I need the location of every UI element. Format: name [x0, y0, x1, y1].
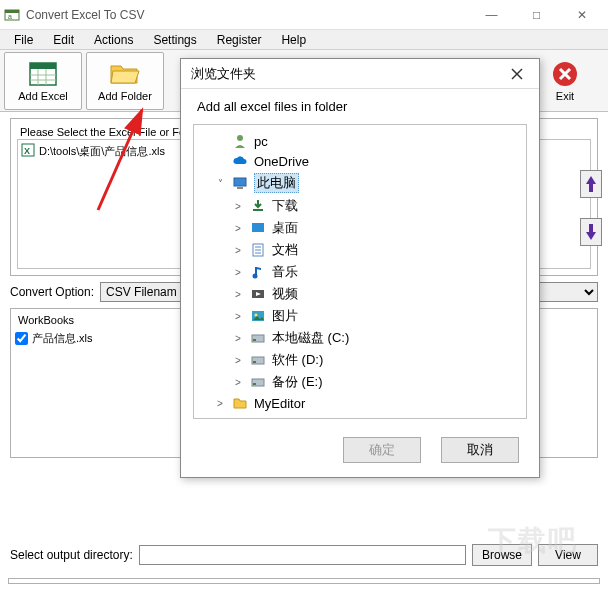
tree-node[interactable]: OneDrive: [196, 151, 524, 171]
tree-node-label: 本地磁盘 (C:): [272, 329, 349, 347]
tree-expander-icon[interactable]: >: [232, 289, 244, 300]
svg-rect-17: [234, 178, 246, 186]
tree-node-label: 音乐: [272, 263, 298, 281]
tree-node[interactable]: >视频: [196, 283, 524, 305]
cancel-button[interactable]: 取消: [441, 437, 519, 463]
video-icon: [250, 286, 266, 302]
disk-icon: [250, 330, 266, 346]
file-path: D:\tools\桌面\产品信息.xls: [39, 144, 165, 159]
dialog-title: 浏览文件夹: [191, 65, 505, 83]
user-icon: [232, 133, 248, 149]
tree-expander-icon[interactable]: >: [232, 201, 244, 212]
window-title: Convert Excel To CSV: [26, 8, 469, 22]
workbook-checkbox[interactable]: [15, 332, 28, 345]
exit-icon: [549, 60, 581, 88]
menu-help[interactable]: Help: [271, 31, 316, 49]
cloud-icon: [232, 153, 248, 169]
move-up-button[interactable]: [580, 170, 602, 198]
excel-file-icon: X: [21, 143, 35, 159]
tree-expander-icon[interactable]: >: [232, 311, 244, 322]
disk-icon: [250, 352, 266, 368]
tree-node[interactable]: >软件 (D:): [196, 349, 524, 371]
tree-node-label: 图片: [272, 307, 298, 325]
tree-node-label: 下载: [272, 197, 298, 215]
tree-node-label: 备份 (E:): [272, 373, 323, 391]
excel-icon: [27, 60, 59, 88]
svg-rect-34: [253, 383, 256, 385]
menu-register[interactable]: Register: [207, 31, 272, 49]
tree-expander-icon[interactable]: >: [232, 267, 244, 278]
svg-text:a: a: [8, 13, 12, 20]
menu-file[interactable]: File: [4, 31, 43, 49]
add-folder-button[interactable]: Add Folder: [86, 52, 164, 110]
tree-node[interactable]: >图片: [196, 305, 524, 327]
tree-expander-icon[interactable]: >: [232, 245, 244, 256]
svg-rect-32: [253, 361, 256, 363]
folder-tree[interactable]: pcOneDrive˅此电脑>下载>桌面>文档>音乐>视频>图片>本地磁盘 (C…: [193, 124, 527, 419]
add-folder-label: Add Folder: [98, 90, 152, 102]
tree-expander-icon[interactable]: >: [232, 377, 244, 388]
file-select-label: Please Select the Excel File or Fo: [17, 126, 188, 138]
title-bar: a Convert Excel To CSV — □ ✕: [0, 0, 608, 30]
app-icon: a: [4, 7, 20, 23]
music-icon: [250, 264, 266, 280]
menu-bar: File Edit Actions Settings Register Help: [0, 30, 608, 50]
tree-node[interactable]: >MyEditor: [196, 393, 524, 413]
add-excel-label: Add Excel: [18, 90, 68, 102]
tree-node-label: MyEditor: [254, 396, 305, 411]
disk-icon: [250, 374, 266, 390]
menu-actions[interactable]: Actions: [84, 31, 143, 49]
menu-edit[interactable]: Edit: [43, 31, 84, 49]
tree-expander-icon[interactable]: >: [232, 333, 244, 344]
tree-node[interactable]: >音乐: [196, 261, 524, 283]
output-directory-input[interactable]: [139, 545, 466, 565]
tree-node[interactable]: >桌面: [196, 217, 524, 239]
view-button[interactable]: View: [538, 544, 598, 566]
tree-expander-icon[interactable]: >: [232, 223, 244, 234]
tree-node-label: 此电脑: [254, 173, 299, 193]
menu-settings[interactable]: Settings: [143, 31, 206, 49]
dialog-buttons: 确定 取消: [181, 427, 539, 477]
svg-rect-30: [253, 339, 256, 341]
bottom-border: [8, 578, 600, 584]
svg-point-16: [237, 135, 243, 141]
tree-node[interactable]: >下载: [196, 195, 524, 217]
tree-node-label: pc: [254, 134, 268, 149]
tree-node[interactable]: ˅此电脑: [196, 171, 524, 195]
tree-node[interactable]: >文档: [196, 239, 524, 261]
move-down-button[interactable]: [580, 218, 602, 246]
output-row: Select output directory: Browse View: [0, 538, 608, 572]
ok-button[interactable]: 确定: [343, 437, 421, 463]
workbook-name: 产品信息.xls: [32, 331, 93, 346]
download-icon: [250, 198, 266, 214]
folder-icon: [109, 60, 141, 88]
browse-folder-dialog: 浏览文件夹 Add all excel files in folder pcOn…: [180, 58, 540, 478]
svg-rect-18: [237, 187, 243, 189]
tree-node[interactable]: >本地磁盘 (C:): [196, 327, 524, 349]
dialog-description: Add all excel files in folder: [181, 89, 539, 124]
tree-expander-icon[interactable]: ˅: [214, 178, 226, 189]
reorder-arrows: [580, 170, 602, 246]
minimize-button[interactable]: —: [469, 1, 514, 29]
tree-node[interactable]: pc: [196, 131, 524, 151]
convert-option-label: Convert Option:: [10, 285, 94, 299]
maximize-button[interactable]: □: [514, 1, 559, 29]
close-button[interactable]: ✕: [559, 1, 604, 29]
add-excel-button[interactable]: Add Excel: [4, 52, 82, 110]
svg-rect-4: [30, 63, 56, 69]
doc-icon: [250, 242, 266, 258]
browse-button[interactable]: Browse: [472, 544, 532, 566]
workbooks-label: WorkBooks: [15, 314, 77, 326]
tree-node-label: 文档: [272, 241, 298, 259]
tree-expander-icon[interactable]: >: [232, 355, 244, 366]
output-label: Select output directory:: [10, 548, 133, 562]
folder-icon: [232, 395, 248, 411]
dialog-close-button[interactable]: [505, 62, 529, 86]
tree-expander-icon[interactable]: >: [214, 398, 226, 409]
svg-point-25: [253, 274, 258, 279]
svg-rect-20: [252, 223, 264, 232]
tree-node-label: 视频: [272, 285, 298, 303]
svg-rect-19: [253, 209, 263, 211]
svg-text:X: X: [24, 146, 30, 156]
tree-node[interactable]: >备份 (E:): [196, 371, 524, 393]
